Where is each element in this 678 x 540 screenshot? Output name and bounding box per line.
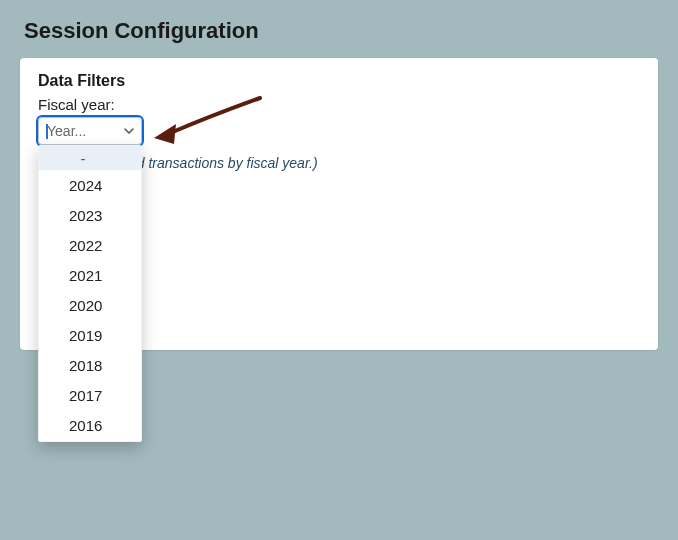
page-title: Session Configuration — [0, 0, 678, 58]
fiscal-year-option[interactable]: 2021 — [39, 260, 141, 290]
section-title: Data Filters — [38, 72, 640, 90]
fiscal-year-label: Fiscal year: — [38, 96, 640, 113]
card-data-filters: Data Filters Fiscal year: Year... - 2024… — [20, 58, 658, 350]
fiscal-year-dropdown: - 2024 2023 2022 2021 2020 2019 2018 201… — [38, 145, 142, 442]
text-caret-icon — [46, 124, 48, 139]
fiscal-year-dropdown-list[interactable]: - 2024 2023 2022 2021 2020 2019 2018 201… — [39, 146, 141, 441]
chevron-down-icon — [123, 125, 135, 137]
fiscal-year-option[interactable]: 2024 — [39, 170, 141, 200]
fiscal-year-option[interactable]: 2019 — [39, 320, 141, 350]
fiscal-year-option[interactable]: 2020 — [39, 290, 141, 320]
fiscal-year-option[interactable]: 2022 — [39, 230, 141, 260]
fiscal-year-option[interactable]: 2023 — [39, 200, 141, 230]
fiscal-year-option[interactable]: - — [39, 146, 141, 170]
fiscal-year-select[interactable]: Year... — [38, 117, 142, 145]
fiscal-year-option[interactable]: 2016 — [39, 410, 141, 440]
fiscal-year-option[interactable]: 2017 — [39, 380, 141, 410]
fiscal-year-option[interactable]: 2018 — [39, 350, 141, 380]
fiscal-year-select-value: Year... — [47, 123, 86, 139]
